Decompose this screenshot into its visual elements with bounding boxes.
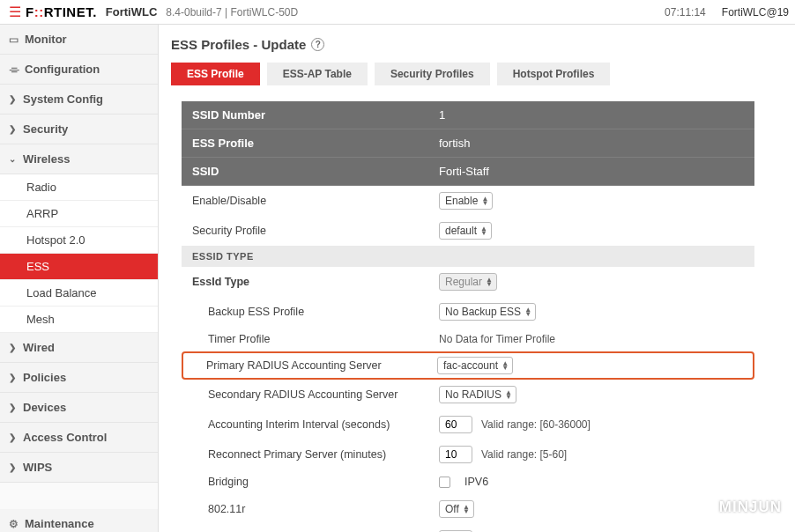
timer-profile-value: No Data for Timer Profile: [439, 333, 555, 345]
updown-icon: ▲▼: [481, 196, 488, 205]
acct-interval-label: Accounting Interim Interval (seconds): [192, 418, 439, 431]
tab-hotspot-profiles[interactable]: Hotspot Profiles: [497, 63, 611, 85]
tab-security-profiles[interactable]: Security Profiles: [375, 63, 490, 85]
user-label: FortiWLC@19: [722, 6, 789, 18]
ess-profile-value: fortish: [439, 137, 744, 150]
primary-radius-row: Primary RADIUS Accounting Serverfac-acco…: [182, 351, 754, 380]
nav-wireless[interactable]: ⌄Wireless: [0, 144, 158, 174]
essid-type-section: ESSID TYPE: [182, 246, 754, 267]
updown-icon: ▲▼: [480, 226, 487, 235]
primary-radius-label: Primary RADIUS Accounting Server: [190, 359, 437, 372]
nav-load-balance[interactable]: Load Balance: [0, 280, 158, 307]
chevron-right-icon: ❯: [9, 94, 23, 104]
ssid-number-value: 1: [439, 108, 744, 122]
ipv6-checkbox[interactable]: [439, 477, 450, 488]
ssid-label: SSID: [192, 165, 439, 178]
form-panel: SSID Number1 ESS Profilefortish SSIDFort…: [182, 101, 754, 532]
nav-wips[interactable]: ❯WIPS: [0, 453, 158, 483]
nav-access-control[interactable]: ❯Access Control: [0, 423, 158, 453]
wifi-icon: ⌯: [9, 63, 25, 76]
chevron-right-icon: ❯: [9, 403, 23, 412]
nav-maintenance[interactable]: ⚙Maintenance: [0, 509, 158, 532]
monitor-icon: ▭: [9, 33, 25, 46]
updown-icon: ▲▼: [486, 277, 493, 286]
watermark-icon: [696, 499, 714, 516]
main-content: ESS Profiles - Update ? ESS Profile ESS-…: [159, 25, 795, 532]
backup-ess-select[interactable]: No Backup ESS▲▼: [439, 303, 536, 321]
security-profile-label: Security Profile: [192, 225, 439, 237]
product-name: FortiWLC: [106, 5, 157, 18]
ess-profile-label: ESS Profile: [192, 137, 439, 150]
updown-icon: ▲▼: [502, 361, 509, 370]
chevron-down-icon: ⌄: [9, 154, 23, 164]
nav-wired[interactable]: ❯Wired: [0, 333, 158, 363]
tab-ess-ap-table[interactable]: ESS-AP Table: [267, 63, 368, 85]
acct-interval-input[interactable]: [439, 416, 472, 433]
chevron-right-icon: ❯: [9, 124, 23, 134]
enable-label: Enable/Disable: [192, 195, 439, 207]
nav-devices[interactable]: ❯Devices: [0, 393, 158, 423]
essid-type-select: Regular▲▼: [439, 273, 497, 291]
nav-system-config[interactable]: ❯System Config: [0, 85, 158, 115]
topbar: ☰ F::RTINET. FortiWLC 8.4-0build-7 | For…: [0, 0, 795, 25]
reconnect-label: Reconnect Primary Server (minutes): [192, 448, 439, 461]
ssid-number-label: SSID Number: [192, 108, 439, 122]
build-info: 8.4-0build-7 | FortiWLC-50D: [166, 6, 298, 18]
menu-icon[interactable]: ☰: [9, 4, 21, 20]
chevron-right-icon: ❯: [9, 373, 23, 382]
timer-profile-label: Timer Profile: [192, 333, 439, 345]
ipv6-label: IPV6: [464, 476, 488, 488]
chevron-right-icon: ❯: [9, 432, 23, 442]
bridging-label: Bridging: [192, 476, 439, 488]
watermark: MINJUN: [696, 499, 782, 516]
nav-radio[interactable]: Radio: [0, 174, 158, 201]
nav-configuration[interactable]: ⌯Configuration: [0, 55, 158, 85]
security-profile-select[interactable]: default▲▼: [439, 222, 492, 240]
chevron-right-icon: ❯: [9, 462, 23, 472]
updown-icon: ▲▼: [524, 307, 531, 316]
sidebar: ▭Monitor ⌯Configuration ❯System Config ❯…: [0, 25, 159, 532]
updown-icon: ▲▼: [505, 390, 512, 399]
clock: 07:11:14: [665, 6, 706, 18]
primary-radius-select[interactable]: fac-account▲▼: [437, 357, 513, 374]
secondary-radius-select[interactable]: No RADIUS▲▼: [439, 386, 516, 403]
nav-policies[interactable]: ❯Policies: [0, 363, 158, 393]
nav-security[interactable]: ❯Security: [0, 115, 158, 144]
nav-hotspot20[interactable]: Hotspot 2.0: [0, 227, 158, 254]
acct-interval-hint: Valid range: [60-36000]: [481, 418, 591, 431]
essid-type-label: EssId Type: [192, 276, 439, 288]
reconnect-hint: Valid range: [5-60]: [481, 448, 567, 461]
80211r-select[interactable]: Off▲▼: [439, 500, 474, 518]
secondary-radius-label: Secondary RADIUS Accounting Server: [192, 388, 439, 401]
80211r-label: 802.11r: [192, 503, 439, 515]
tabs: ESS Profile ESS-AP Table Security Profil…: [171, 63, 777, 85]
nav-mesh[interactable]: Mesh: [0, 307, 158, 333]
page-title: ESS Profiles - Update ?: [171, 37, 777, 52]
tab-ess-profile[interactable]: ESS Profile: [171, 63, 260, 85]
backup-ess-label: Backup ESS Profile: [192, 306, 439, 318]
updown-icon: ▲▼: [463, 505, 470, 514]
reconnect-input[interactable]: [439, 446, 472, 463]
nav-monitor[interactable]: ▭Monitor: [0, 25, 158, 55]
help-icon[interactable]: ?: [311, 38, 324, 51]
summary-box: SSID Number1 ESS Profilefortish SSIDFort…: [182, 101, 754, 186]
enable-select[interactable]: Enable▲▼: [439, 192, 493, 210]
gear-icon: ⚙: [9, 518, 25, 530]
nav-ess[interactable]: ESS: [0, 254, 158, 280]
nav-arrp[interactable]: ARRP: [0, 201, 158, 227]
chevron-right-icon: ❯: [9, 343, 23, 352]
ssid-value: Forti-Staff: [439, 165, 744, 178]
fortinet-logo: F::RTINET.: [26, 4, 97, 19]
